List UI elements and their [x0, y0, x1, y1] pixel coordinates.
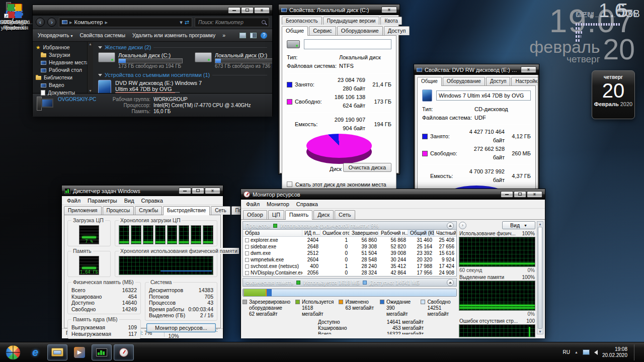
scroll-down-icon[interactable]: ▼ [538, 330, 542, 333]
collapse-chevron-icon[interactable] [447, 222, 454, 229]
start-button[interactable] [3, 344, 23, 360]
menu-file[interactable]: Файл [243, 201, 263, 208]
close-button[interactable]: × [521, 66, 536, 73]
tab-network[interactable]: Сеть [335, 210, 355, 219]
menu-options[interactable]: Параметры [85, 197, 120, 204]
volume-label-input[interactable]: Windows 7 Ultim x64 7DB by OVG [436, 90, 531, 101]
tab-previous-versions[interactable]: Предыдущие версии [323, 17, 380, 25]
address-bar[interactable]: ▸ Компьютер ▸ ▾ ⇄ [59, 18, 192, 27]
compress-checkbox-row[interactable]: Сжать этот диск для экономии места [287, 182, 391, 188]
sidebar-scrollbar[interactable]: ▲▼ [87, 42, 93, 93]
minimize-button[interactable] [228, 7, 240, 14]
uninstall-program-button[interactable]: Удалить или изменить программу [132, 32, 215, 38]
sidebar-item-recent[interactable]: Недавние места [36, 59, 87, 66]
tab-general[interactable]: Общие [417, 77, 442, 86]
volume-label-input[interactable] [304, 39, 391, 49]
menu-file[interactable]: Файл [64, 197, 84, 204]
taskbar-item-task-manager[interactable] [92, 344, 112, 360]
menu-help[interactable]: Справка [138, 197, 166, 204]
minimize-button[interactable] [179, 188, 191, 194]
tab-applications[interactable]: Приложения [64, 206, 102, 215]
network-icon[interactable] [583, 349, 590, 355]
system-properties-button[interactable]: Свойства системы [79, 32, 125, 38]
tab-quota[interactable]: Квота [380, 17, 401, 25]
tab-hardware[interactable]: Оборудование [337, 26, 383, 35]
table-row[interactable]: dwm.exe 2512051 50439 00823 39215 616 [243, 250, 456, 256]
close-button[interactable]: × [205, 188, 220, 194]
collapse-icon[interactable] [98, 46, 102, 49]
tab-hardware[interactable]: Оборудование [443, 77, 485, 85]
tab-memory[interactable]: Память [285, 210, 312, 220]
processes-section-header[interactable]: Процессы Использование физической памяти… [243, 221, 457, 230]
address-dropdown-icon[interactable]: ▾ [180, 19, 183, 26]
sidebar-item-favorites[interactable]: ★Избранное [36, 44, 87, 51]
row-checkbox[interactable] [245, 258, 249, 262]
table-row[interactable]: wmpnetwk.exe 2604028 54830 24420 3209 92… [243, 256, 456, 263]
taskbar-item-media-player[interactable]: ▶ [69, 344, 90, 360]
sidebar-item-video[interactable]: Видео [36, 81, 87, 89]
sidebar-item-libraries[interactable]: Библиотеки [36, 74, 87, 81]
tray-expand-icon[interactable]: ▲ [575, 350, 578, 354]
view-dropdown-button[interactable]: Вид▼ [502, 221, 535, 229]
scroll-up-icon[interactable]: ▲ [538, 222, 542, 226]
language-indicator[interactable]: RU [563, 349, 570, 355]
tab-customize[interactable]: Настройка [511, 77, 538, 85]
maximize-button[interactable] [241, 7, 254, 14]
maximize-button[interactable] [192, 188, 204, 194]
tab-security[interactable]: Безопасность [282, 17, 322, 25]
row-checkbox[interactable] [245, 245, 249, 249]
preview-pane-icon[interactable] [250, 33, 257, 38]
collapse-chevron-icon[interactable] [447, 279, 454, 286]
help-icon[interactable]: ? [261, 32, 267, 39]
disk-cleanup-button[interactable]: Очистка диска [343, 163, 391, 172]
tab-overview[interactable]: Обзор [243, 210, 267, 219]
sidebar-item-desktop[interactable]: Рабочий стол [36, 66, 87, 74]
minimize-button[interactable] [501, 191, 513, 198]
drive-item-d[interactable]: Локальный диск (D:) 673 ГБ свободно из 7… [195, 52, 272, 69]
menu-view[interactable]: Вид [121, 197, 137, 204]
scroll-up-icon[interactable]: ▲ [89, 42, 92, 46]
table-header-row[interactable]: Образ ИД п... Ошибок отс... Завершено...… [243, 230, 456, 237]
scroll-down-icon[interactable]: ▼ [89, 89, 92, 93]
maximize-button[interactable] [514, 191, 526, 198]
tab-tools[interactable]: Сервис [309, 26, 336, 35]
menu-help[interactable]: Справка [293, 201, 321, 208]
search-icon[interactable] [262, 20, 266, 24]
tab-cpu[interactable]: ЦП [268, 210, 284, 219]
search-box[interactable]: Поиск: Компьютер [195, 18, 269, 27]
breadcrumb[interactable]: Компьютер [74, 19, 103, 25]
organize-menu[interactable]: Упорядочить ▾ [38, 32, 72, 38]
menu-monitor[interactable]: Монитор [264, 201, 292, 208]
refresh-icon[interactable]: ⇄ [185, 19, 189, 26]
taskbar-item-internet-explorer[interactable]: e [25, 344, 45, 360]
sidebar-item-downloads[interactable]: Загрузки [36, 51, 87, 59]
table-row[interactable]: svchost.exe (netsvcs) 400128 24035 41217… [243, 263, 456, 269]
tab-services[interactable]: Службы [135, 206, 162, 215]
close-button[interactable]: × [254, 7, 270, 14]
taskbar-item-explorer[interactable] [47, 344, 67, 360]
forward-button[interactable]: › [47, 18, 56, 27]
tab-sharing[interactable]: Доступ [486, 77, 511, 85]
table-row[interactable]: NVDisplay.Container.exe 2056028 32442 86… [243, 269, 456, 276]
expand-panel-icon[interactable]: › [459, 222, 466, 229]
section-removable[interactable]: Устройства со съемными носителями (1) [98, 72, 267, 78]
tab-general[interactable]: Общие [282, 26, 308, 36]
tray-clock[interactable]: 19:08 20.02.2020 [602, 346, 627, 358]
row-checkbox[interactable] [245, 271, 249, 275]
mem-meter-gadget[interactable]: MEM1.6GB [576, 0, 637, 26]
resource-monitor-button[interactable]: Монитор ресурсов... [146, 323, 216, 332]
views-icon[interactable] [239, 33, 246, 38]
tab-disk[interactable]: Диск [313, 210, 334, 219]
drive-item-dvd[interactable]: DVD RW дисковод (E:) Windows 7 Ultim x64… [98, 80, 267, 93]
show-desktop-button[interactable] [634, 344, 639, 360]
back-button[interactable]: ‹ [36, 18, 45, 27]
collapse-icon[interactable] [98, 74, 102, 76]
explorer-titlebar[interactable]: × [33, 5, 272, 16]
calendar-gadget[interactable]: четверг 20 Февраль 2020 [592, 70, 635, 119]
compress-checkbox[interactable] [287, 182, 292, 187]
tab-networking[interactable]: Сеть [211, 206, 230, 215]
scroll-thumb[interactable] [538, 227, 542, 329]
tab-sharing[interactable]: Доступ [384, 26, 410, 35]
table-row[interactable]: sidebar.exe 2648039 30852 82025 16427 65… [243, 243, 456, 250]
row-checkbox[interactable] [245, 251, 249, 255]
